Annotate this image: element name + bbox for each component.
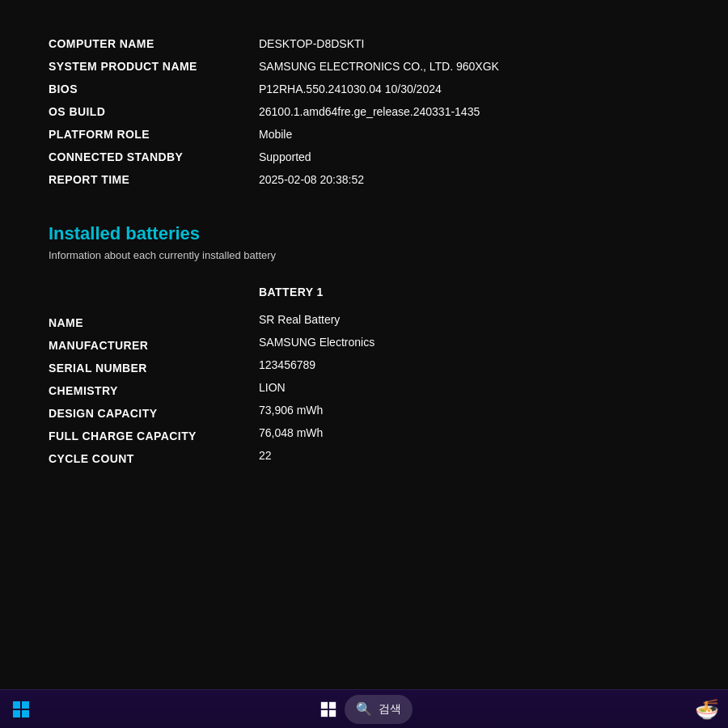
- battery-field-value: LION: [259, 376, 679, 399]
- system-info-row: SYSTEM PRODUCT NAMESAMSUNG ELECTRONICS C…: [49, 55, 679, 78]
- taskbar-right: 🍜: [694, 696, 720, 722]
- battery-field-label: MANUFACTURER: [49, 334, 259, 357]
- search-icon: 🔍: [356, 701, 372, 717]
- system-info-label: REPORT TIME: [49, 173, 259, 186]
- system-info-row: BIOSP12RHA.550.241030.04 10/30/2024: [49, 78, 679, 100]
- battery-container: NAMEMANUFACTURERSERIAL NUMBERCHEMISTRYDE…: [49, 286, 679, 470]
- system-info-value: Mobile: [259, 128, 292, 141]
- battery-field-label: FULL CHARGE CAPACITY: [49, 425, 259, 447]
- svg-rect-0: [13, 701, 20, 709]
- battery-header: BATTERY 1: [259, 286, 679, 298]
- svg-rect-6: [321, 709, 328, 716]
- svg-rect-5: [329, 701, 336, 708]
- system-info-label: COMPUTER NAME: [49, 37, 259, 50]
- search-label: 검색: [379, 702, 401, 717]
- battery-field-value: 22: [259, 444, 679, 467]
- system-info-label: PLATFORM ROLE: [49, 128, 259, 141]
- battery-field-value: 73,906 mWh: [259, 399, 679, 421]
- system-info-row: PLATFORM ROLEMobile: [49, 123, 679, 146]
- svg-rect-2: [13, 710, 20, 717]
- battery-field-label: CHEMISTRY: [49, 379, 259, 402]
- battery-field-value: 123456789: [259, 353, 679, 376]
- system-info-value: 2025-02-08 20:38:52: [259, 173, 364, 186]
- system-info-label: CONNECTED STANDBY: [49, 150, 259, 163]
- taskbar-center: 🔍 검색: [315, 695, 413, 724]
- svg-rect-7: [329, 709, 336, 716]
- section-subtitle: Information about each currently install…: [49, 249, 679, 261]
- main-content: COMPUTER NAMEDESKTOP-D8DSKTISYSTEM PRODU…: [0, 0, 728, 470]
- section-title: Installed batteries: [49, 223, 679, 244]
- svg-rect-4: [321, 701, 328, 708]
- system-info-value: 26100.1.amd64fre.ge_release.240331-1435: [259, 105, 480, 118]
- system-info-table: COMPUTER NAMEDESKTOP-D8DSKTISYSTEM PRODU…: [49, 32, 679, 191]
- system-info-row: COMPUTER NAMEDESKTOP-D8DSKTI: [49, 32, 679, 55]
- system-info-value: P12RHA.550.241030.04 10/30/2024: [259, 83, 442, 95]
- battery-field-value: SR Real Battery: [259, 308, 679, 331]
- system-info-row: REPORT TIME2025-02-08 20:38:52: [49, 168, 679, 191]
- food-icon[interactable]: 🍜: [694, 696, 720, 722]
- svg-rect-3: [22, 710, 29, 717]
- system-info-row: OS BUILD26100.1.amd64fre.ge_release.2403…: [49, 100, 679, 123]
- svg-rect-1: [22, 701, 29, 709]
- system-info-row: CONNECTED STANDBYSupported: [49, 146, 679, 168]
- start-button[interactable]: [315, 696, 341, 722]
- battery-field-value: 76,048 mWh: [259, 421, 679, 444]
- battery-section: Installed batteries Information about ea…: [49, 223, 679, 470]
- system-info-label: OS BUILD: [49, 105, 259, 118]
- battery-field-label: NAME: [49, 311, 259, 334]
- search-box[interactable]: 🔍 검색: [345, 695, 413, 724]
- windows-logo-left[interactable]: [8, 696, 34, 722]
- battery-labels-col: NAMEMANUFACTURERSERIAL NUMBERCHEMISTRYDE…: [49, 286, 259, 470]
- taskbar: 🔍 검색 🍜: [0, 689, 728, 728]
- battery-field-label: DESIGN CAPACITY: [49, 402, 259, 425]
- system-info-label: SYSTEM PRODUCT NAME: [49, 60, 259, 73]
- system-info-label: BIOS: [49, 83, 259, 95]
- battery-values-col: BATTERY 1SR Real BatterySAMSUNG Electron…: [259, 286, 679, 470]
- system-info-value: Supported: [259, 150, 311, 163]
- system-info-value: DESKTOP-D8DSKTI: [259, 37, 364, 50]
- battery-field-label: SERIAL NUMBER: [49, 357, 259, 379]
- system-info-value: SAMSUNG ELECTRONICS CO., LTD. 960XGK: [259, 60, 499, 73]
- taskbar-left: [8, 696, 34, 722]
- battery-field-value: SAMSUNG Electronics: [259, 331, 679, 353]
- battery-field-label: CYCLE COUNT: [49, 447, 259, 470]
